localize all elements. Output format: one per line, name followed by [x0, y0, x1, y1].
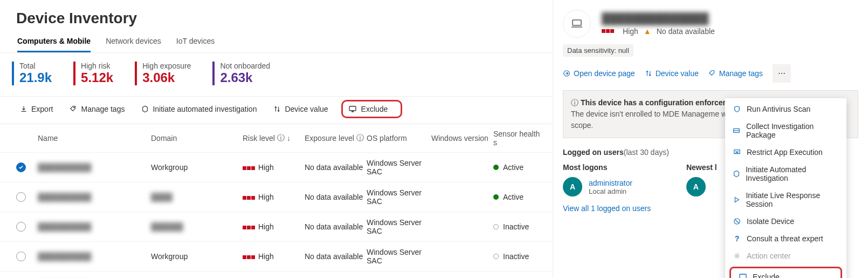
initiate-investigation-button[interactable]: Initiate automated investigation: [137, 101, 260, 117]
download-icon: [19, 105, 28, 113]
menu-item-run-antivirus-scan[interactable]: Run Antivirus Scan: [725, 100, 846, 118]
newest-title: Newest l: [686, 163, 717, 172]
stat-not-onboarded[interactable]: Not onboarded 2.63k: [212, 62, 270, 85]
col-exposure-label: Exposure level: [305, 134, 354, 143]
row-checkbox[interactable]: [16, 162, 26, 172]
menu-item-label: Initiate Automated Investigation: [746, 165, 839, 182]
menu-item-label: Initiate Live Response Session: [746, 191, 839, 208]
stat-high-exposure-value: 3.06k: [142, 70, 191, 85]
svg-point-7: [736, 255, 738, 257]
cell-risk: High: [243, 222, 305, 231]
manage-tags-label: Manage tags: [81, 105, 125, 113]
exclude-button[interactable]: Exclude: [341, 100, 403, 118]
info-icon: ⓘ: [277, 133, 285, 143]
stat-not-onboarded-value: 2.63k: [220, 70, 270, 85]
user-role: Local admin: [589, 187, 632, 195]
menu-item-initiate-automated-investigation[interactable]: Initiate Automated Investigation: [725, 161, 846, 187]
device-no-data: No data available: [657, 27, 715, 36]
most-logons-title: Most logons: [563, 163, 632, 172]
sort-icon: [645, 70, 652, 77]
stat-total[interactable]: Total 21.9k: [12, 62, 52, 85]
sort-icon: [273, 105, 281, 113]
warning-title: This device has a configuration enforcem…: [581, 98, 739, 107]
row-checkbox[interactable]: [16, 192, 26, 202]
user-entry[interactable]: A: [686, 177, 717, 196]
cell-os: Windows Server SAC: [367, 188, 431, 206]
open-device-page-label: Open device page: [574, 69, 635, 78]
initiate-investigation-label: Initiate automated investigation: [153, 105, 257, 113]
stat-high-risk[interactable]: High risk 5.12k: [73, 62, 113, 85]
more-actions-button[interactable]: ⋯: [773, 64, 791, 83]
row-checkbox[interactable]: [16, 222, 26, 232]
tab-network-devices[interactable]: Network devices: [106, 37, 161, 52]
hex-icon: [733, 169, 740, 178]
warning-body: The device isn't enrolled to MDE Managem…: [571, 110, 719, 118]
stat-high-risk-label: High risk: [81, 62, 113, 70]
menu-item-label: Exclude: [753, 273, 780, 278]
col-name[interactable]: Name: [38, 130, 151, 147]
user-name: administrator: [589, 179, 632, 187]
cell-sensor: Inactive: [493, 222, 542, 231]
open-device-page-button[interactable]: Open device page: [563, 69, 635, 78]
menu-item-label: Collect Investigation Package: [746, 122, 839, 139]
tag-icon: [708, 70, 716, 77]
stat-high-exposure[interactable]: High exposure 3.06k: [135, 62, 191, 85]
menu-item-action-center: Action center: [725, 247, 846, 265]
user-entry[interactable]: A administrator Local admin: [563, 177, 632, 196]
monitor-icon: [348, 105, 357, 113]
col-winver[interactable]: Windows version: [431, 130, 493, 147]
col-risk[interactable]: Risk level ⓘ ↓: [243, 130, 305, 147]
col-exposure[interactable]: Exposure level ⓘ: [305, 130, 367, 147]
menu-item-exclude[interactable]: Exclude: [731, 268, 841, 278]
avatar: A: [686, 177, 706, 196]
menu-item-label: Restrict App Execution: [747, 148, 823, 157]
cell-name: ██████████: [38, 222, 151, 231]
stat-not-onboarded-label: Not onboarded: [220, 62, 270, 70]
avatar: A: [563, 177, 582, 196]
stat-total-label: Total: [19, 62, 52, 70]
tab-iot-devices[interactable]: IoT devices: [176, 37, 215, 52]
menu-item-isolate-device[interactable]: Isolate Device: [725, 213, 846, 230]
play-icon: [733, 195, 740, 204]
menu-item-label: Run Antivirus Scan: [747, 105, 810, 113]
more-icon: ⋯: [778, 69, 786, 78]
stat-high-risk-value: 5.12k: [81, 70, 113, 85]
col-sensor[interactable]: Sensor health s: [493, 130, 542, 147]
svg-rect-5: [734, 150, 740, 154]
cell-os: Windows Server SAC: [367, 248, 431, 265]
monitor-icon: [739, 273, 747, 278]
col-risk-label: Risk level: [243, 134, 275, 143]
device-title: ██████████████: [602, 12, 715, 25]
tag-icon: [69, 105, 78, 113]
isolate-icon: [733, 217, 741, 226]
row-checkbox[interactable]: [16, 252, 26, 261]
stat-high-exposure-label: High exposure: [142, 62, 191, 70]
risk-dots-icon: [602, 29, 614, 33]
tab-computers-mobile[interactable]: Computers & Mobile: [17, 37, 91, 52]
menu-item-label: Action center: [747, 252, 791, 260]
laptop-icon: [563, 10, 591, 38]
actions-menu: Run Antivirus ScanCollect Investigation …: [725, 98, 846, 278]
menu-item-restrict-app-execution[interactable]: Restrict App Execution: [725, 144, 846, 161]
menu-item-consult-a-threat-expert[interactable]: ?Consult a threat expert: [725, 230, 846, 247]
device-risk: High: [623, 27, 638, 36]
question-icon: ?: [733, 234, 741, 243]
menu-item-collect-investigation-package[interactable]: Collect Investigation Package: [725, 118, 846, 144]
cell-exposure: No data available: [305, 222, 367, 231]
restrict-icon: [733, 148, 741, 157]
cell-domain: ██████: [151, 222, 243, 231]
col-os[interactable]: OS platform: [367, 130, 431, 147]
manage-tags-button[interactable]: Manage tags: [66, 101, 128, 117]
cell-os: Windows Server SAC: [367, 159, 431, 176]
menu-item-label: Isolate Device: [747, 217, 794, 226]
device-value-label: Device value: [285, 105, 328, 113]
device-value-button[interactable]: Device value: [270, 101, 331, 117]
panel-device-value-label: Device value: [656, 69, 699, 78]
stat-total-value: 21.9k: [19, 70, 52, 85]
export-button[interactable]: Export: [16, 101, 56, 117]
panel-device-value-button[interactable]: Device value: [645, 69, 699, 78]
col-domain[interactable]: Domain: [151, 130, 243, 147]
info-icon: ⓘ: [571, 98, 578, 107]
menu-item-initiate-live-response-session[interactable]: Initiate Live Response Session: [725, 187, 846, 213]
panel-manage-tags-button[interactable]: Manage tags: [708, 69, 763, 78]
